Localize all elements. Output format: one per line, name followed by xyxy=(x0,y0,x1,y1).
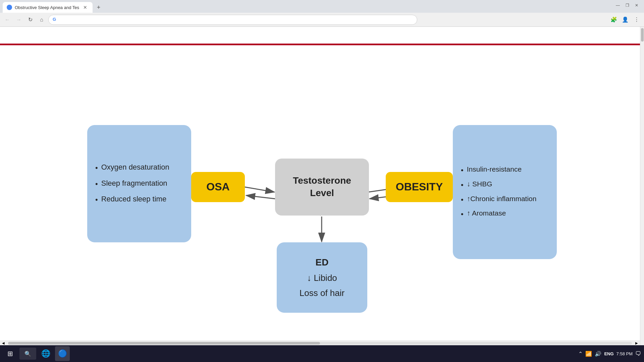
testosterone-label: Testosterone Level xyxy=(293,175,351,199)
systray: ⌃ 📶 🔊 ENG xyxy=(578,351,613,357)
start-button[interactable]: ⊞ xyxy=(3,346,17,361)
taskbar-edge-app[interactable]: 🌐 xyxy=(38,346,53,361)
ed-box: ED ↓ Libido Loss of hair xyxy=(277,242,367,313)
svg-line-2 xyxy=(246,195,275,199)
search-button[interactable]: 🔍 xyxy=(19,348,36,360)
bullet-ob-1: • xyxy=(461,165,464,175)
bullet-1: • xyxy=(95,163,98,173)
ed-line2: ↓ Libido xyxy=(300,272,344,285)
osa-info-item-3: • Reduced sleep time xyxy=(95,194,183,205)
taskbar-chrome-app[interactable]: 🔵 xyxy=(55,346,70,361)
osa-info-box: • Oxygen desaturation • Sleep fragmentat… xyxy=(87,125,191,242)
osa-box: OSA xyxy=(191,172,245,202)
bullet-ob-2: • xyxy=(461,180,464,190)
obesity-label: OBESITY xyxy=(396,181,443,193)
obesity-info-text-4: ↑ Aromatase xyxy=(467,208,506,218)
tab-favicon xyxy=(7,5,12,10)
tab-bar: Obstructive Sleep Apnea and Tes ✕ + — ❐ … xyxy=(0,0,644,13)
refresh-button[interactable]: ↻ xyxy=(25,15,35,24)
obesity-info-item-4: • ↑ Aromatase xyxy=(461,208,549,219)
obesity-info-item-1: • Insulin-resistance xyxy=(461,165,549,175)
obesity-info-text-2: ↓ SHBG xyxy=(467,179,492,189)
osa-label: OSA xyxy=(206,181,229,193)
osa-info-item-2: • Sleep fragmentation xyxy=(95,178,183,189)
maximize-button[interactable]: ❐ xyxy=(624,2,631,9)
bullet-ob-3: • xyxy=(461,195,464,205)
hscroll-left-arrow[interactable]: ◀ xyxy=(0,341,7,345)
extensions-icon[interactable]: 🧩 xyxy=(609,15,619,24)
chevron-up-icon[interactable]: ⌃ xyxy=(578,351,583,357)
ed-text: ED ↓ Libido Loss of hair xyxy=(300,255,344,300)
notification-icon[interactable]: 🗨 xyxy=(635,350,641,357)
content-area: ↓ • Oxygen desaturation • Sleep fragment… xyxy=(0,45,644,345)
obesity-info-item-2: • ↓ SHBG xyxy=(461,179,549,190)
diagram: ↓ • Oxygen desaturation • Sleep fragment… xyxy=(80,78,564,313)
obesity-info-text-1: Insulin-resistance xyxy=(467,165,522,174)
scrollbar-thumb[interactable] xyxy=(641,28,644,42)
obesity-info-item-3: • ↑Chronic inflammation xyxy=(461,194,549,205)
bullet-2: • xyxy=(95,179,98,189)
obesity-info-box: • Insulin-resistance • ↓ SHBG • ↑Chronic… xyxy=(453,125,557,259)
tab-close-button[interactable]: ✕ xyxy=(82,4,89,11)
new-tab-button[interactable]: + xyxy=(94,3,103,12)
forward-button[interactable]: → xyxy=(14,15,23,24)
horizontal-scrollbar[interactable] xyxy=(7,341,633,345)
ed-line1: ED xyxy=(300,255,344,269)
back-button[interactable]: ← xyxy=(3,15,12,24)
sound-icon[interactable]: 🔊 xyxy=(595,351,601,357)
profile-icon[interactable]: 👤 xyxy=(621,15,630,24)
taskbar-time: 7:58 PM xyxy=(616,351,633,356)
active-tab[interactable]: Obstructive Sleep Apnea and Tes ✕ xyxy=(3,2,93,13)
bullet-ob-4: • xyxy=(461,209,464,219)
osa-info-text-1: Oxygen desaturation xyxy=(101,162,169,172)
osa-info-item-1: • Oxygen desaturation xyxy=(95,162,183,173)
address-bar[interactable]: G xyxy=(48,15,417,25)
address-bar-row: ← → ↻ ⌂ G 🧩 👤 ⋮ xyxy=(0,13,644,26)
vertical-scrollbar[interactable] xyxy=(640,27,644,345)
obesity-info-text-3: ↑Chronic inflammation xyxy=(467,194,537,203)
bullet-3: • xyxy=(95,195,98,205)
window-controls: — ❐ ✕ xyxy=(614,2,640,9)
taskbar-right: ⌃ 📶 🔊 ENG 7:58 PM 🗨 xyxy=(578,350,641,357)
osa-info-text-3: Reduced sleep time xyxy=(101,194,166,204)
hscrollbar-thumb[interactable] xyxy=(8,342,320,345)
wifi-icon[interactable]: 📶 xyxy=(585,351,592,357)
osa-info-text-2: Sleep fragmentation xyxy=(101,178,167,188)
testosterone-box: Testosterone Level xyxy=(275,159,369,216)
browser-chrome: Obstructive Sleep Apnea and Tes ✕ + — ❐ … xyxy=(0,0,644,27)
obesity-box: OBESITY xyxy=(386,172,453,202)
language-badge: ENG xyxy=(604,351,613,356)
svg-line-1 xyxy=(245,187,274,192)
google-logo: G xyxy=(53,17,59,23)
minimize-button[interactable]: — xyxy=(614,2,621,9)
ed-line3: Loss of hair xyxy=(300,287,344,300)
tab-title: Obstructive Sleep Apnea and Tes xyxy=(15,5,79,10)
toolbar-right: 🧩 👤 ⋮ xyxy=(609,15,641,24)
hscrollbar-track xyxy=(8,342,632,345)
home-button[interactable]: ⌂ xyxy=(37,15,46,24)
close-window-button[interactable]: ✕ xyxy=(633,2,640,9)
taskbar: ⊞ 🔍 🌐 🔵 ⌃ 📶 🔊 ENG 7:58 PM 🗨 xyxy=(0,345,644,362)
hscroll-right-arrow[interactable]: ▶ xyxy=(633,341,640,345)
menu-icon[interactable]: ⋮ xyxy=(632,15,641,24)
